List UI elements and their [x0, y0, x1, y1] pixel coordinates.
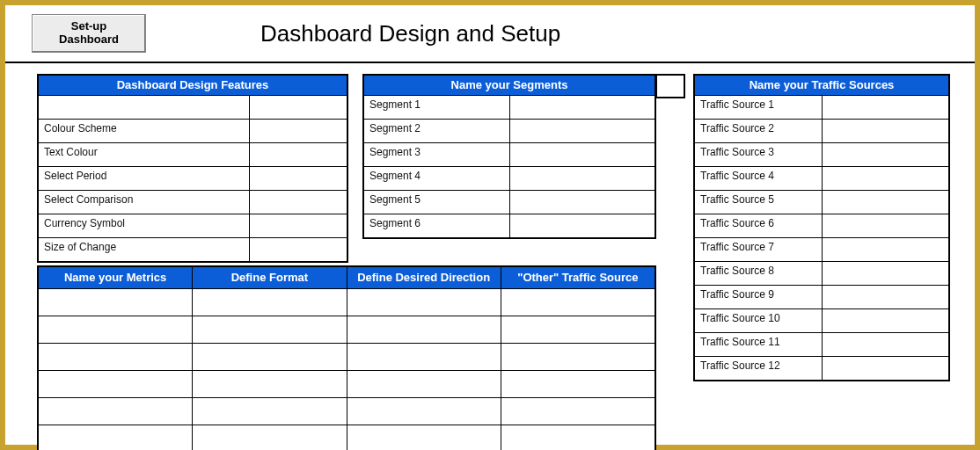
cell-value[interactable]	[192, 316, 346, 343]
table-row: Traffic Source 5	[695, 190, 948, 214]
cell-value[interactable]	[822, 120, 949, 142]
page-frame: Set-up Dashboard Dashboard Design and Se…	[0, 0, 980, 450]
cell-value[interactable]	[509, 191, 655, 214]
selected-cell[interactable]	[655, 74, 685, 98]
cell-label[interactable]: Select Period	[39, 167, 249, 190]
cell-value[interactable]	[822, 214, 949, 237]
table-row: Text Colour	[39, 142, 347, 166]
table-row: Currency Symbol	[39, 214, 347, 237]
cell-value[interactable]	[347, 289, 501, 316]
table-row: Segment 3	[364, 142, 655, 166]
table-row: Traffic Source 8	[695, 261, 948, 285]
cell-value[interactable]	[509, 120, 655, 142]
cell-label[interactable]: Traffic Source 4	[695, 167, 822, 190]
cell-value[interactable]	[501, 371, 655, 397]
cell-label[interactable]: Traffic Source 9	[695, 286, 822, 308]
cell-label[interactable]: Traffic Source 6	[695, 214, 822, 237]
cell-value[interactable]	[347, 344, 501, 370]
cell-value[interactable]	[249, 143, 347, 166]
cell-value[interactable]	[509, 167, 655, 190]
cell-label[interactable]: Segment 5	[364, 191, 509, 214]
cell-label[interactable]: Size of Change	[39, 238, 249, 261]
cell-value[interactable]	[822, 238, 949, 261]
cell-label[interactable]: Traffic Source 5	[695, 191, 822, 214]
cell-value[interactable]	[192, 289, 346, 316]
cell-value[interactable]	[509, 96, 655, 119]
cell-value[interactable]	[39, 371, 192, 397]
table-row: Traffic Source 10	[695, 308, 948, 332]
cell-value[interactable]	[249, 214, 347, 237]
cell-label[interactable]	[39, 96, 249, 119]
cell-value[interactable]	[501, 425, 655, 450]
cell-value[interactable]	[501, 289, 655, 316]
cell-value[interactable]	[822, 309, 949, 332]
table-row	[39, 425, 655, 450]
cell-label[interactable]: Segment 3	[364, 143, 509, 166]
metrics-table: Name your MetricsDefine FormatDefine Des…	[37, 265, 656, 450]
cell-label[interactable]: Segment 2	[364, 120, 509, 142]
cell-value[interactable]	[249, 167, 347, 190]
table-row: Size of Change	[39, 237, 347, 261]
cell-value[interactable]	[501, 344, 655, 370]
cell-label[interactable]: Colour Scheme	[39, 120, 249, 142]
cell-label[interactable]: Text Colour	[39, 143, 249, 166]
cell-label[interactable]: Traffic Source 12	[695, 357, 822, 380]
cell-label[interactable]: Segment 4	[364, 167, 509, 190]
cell-value[interactable]	[249, 238, 347, 261]
cell-label[interactable]: Traffic Source 7	[695, 238, 822, 261]
cell-label[interactable]: Select Comparison	[39, 191, 249, 214]
table-row: Traffic Source 7	[695, 237, 948, 261]
cell-value[interactable]	[39, 289, 192, 316]
table-row: Traffic Source 6	[695, 214, 948, 237]
table-row	[39, 397, 655, 425]
cell-label[interactable]: Currency Symbol	[39, 214, 249, 237]
table-row: Traffic Source 4	[695, 166, 948, 190]
cell-label[interactable]: Segment 6	[364, 214, 509, 237]
cell-label[interactable]: Segment 1	[364, 96, 509, 119]
table-row: Colour Scheme	[39, 119, 347, 142]
cell-value[interactable]	[822, 143, 949, 166]
cell-value[interactable]	[39, 316, 192, 343]
cell-value[interactable]	[39, 344, 192, 370]
cell-value[interactable]	[822, 286, 949, 308]
cell-value[interactable]	[501, 398, 655, 425]
cell-value[interactable]	[347, 398, 501, 425]
cell-label[interactable]: Traffic Source 11	[695, 333, 822, 356]
table-row: Traffic Source 12	[695, 356, 948, 380]
cell-value[interactable]	[39, 425, 192, 450]
cell-value[interactable]	[39, 398, 192, 425]
cell-value[interactable]	[347, 371, 501, 397]
cell-label[interactable]: Traffic Source 2	[695, 120, 822, 142]
cell-value[interactable]	[822, 167, 949, 190]
setup-dashboard-button[interactable]: Set-up Dashboard	[32, 14, 146, 53]
cell-value[interactable]	[192, 371, 346, 397]
cell-value[interactable]	[192, 398, 346, 425]
cell-value[interactable]	[822, 96, 949, 119]
table-row: Traffic Source 9	[695, 285, 948, 308]
cell-value[interactable]	[192, 425, 346, 450]
cell-label[interactable]: Traffic Source 1	[695, 96, 822, 119]
cell-value[interactable]	[509, 143, 655, 166]
cell-value[interactable]	[822, 357, 949, 380]
cell-value[interactable]	[501, 316, 655, 343]
cell-label[interactable]: Traffic Source 3	[695, 143, 822, 166]
cell-label[interactable]: Traffic Source 8	[695, 262, 822, 285]
cell-value[interactable]	[192, 344, 346, 370]
cell-value[interactable]	[509, 214, 655, 237]
cell-value[interactable]	[822, 262, 949, 285]
features-table: Dashboard Design Features Colour SchemeT…	[37, 74, 348, 263]
table-row: Segment 4	[364, 166, 655, 190]
cell-value[interactable]	[347, 316, 501, 343]
cell-value[interactable]	[249, 96, 347, 119]
cell-value[interactable]	[822, 191, 949, 214]
cell-value[interactable]	[347, 425, 501, 450]
cell-label[interactable]: Traffic Source 10	[695, 309, 822, 332]
table-row: Segment 1	[364, 96, 655, 119]
cell-value[interactable]	[249, 191, 347, 214]
metrics-column-header: Define Desired Direction	[347, 267, 501, 289]
cell-value[interactable]	[822, 333, 949, 356]
cell-value[interactable]	[249, 120, 347, 142]
segments-header: Name your Segments	[364, 76, 655, 96]
table-row: Traffic Source 3	[695, 142, 948, 166]
page-title: Dashboard Design and Setup	[146, 20, 957, 47]
